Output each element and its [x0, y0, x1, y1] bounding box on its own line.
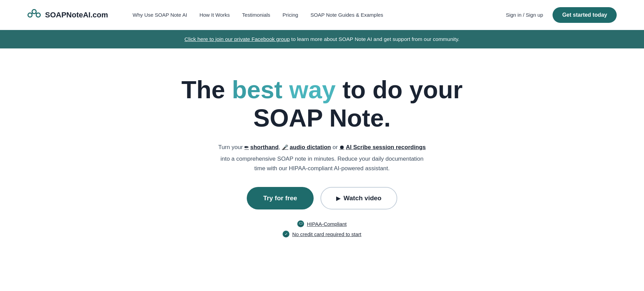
svg-line-4	[36, 13, 37, 14]
hipaa-label: HIPAA-Compliant	[307, 221, 346, 227]
circle-icon: ⏺	[339, 143, 344, 152]
shorthand-label: shorthand	[250, 143, 278, 152]
announcement-banner: Click here to join our private Facebook …	[0, 30, 644, 48]
hero-title-space	[283, 76, 289, 103]
hero-section: The best way to do your SOAP Note. Turn …	[0, 48, 644, 258]
watch-video-button[interactable]: ▶ Watch video	[320, 187, 397, 209]
ai-scribe-link[interactable]: ⏺AI Scribe session recordings	[339, 143, 426, 152]
nav-guides[interactable]: SOAP Note Guides & Examples	[311, 12, 383, 18]
no-credit-badge[interactable]: ✓ No credit card required to start	[283, 231, 361, 237]
svg-point-2	[36, 13, 40, 17]
pencil-icon: ✏	[244, 143, 249, 152]
sign-in-link[interactable]: Sign in / Sign up	[506, 12, 543, 18]
navbar-right: Sign in / Sign up Get started today	[506, 7, 617, 23]
shield-icon: 🛡	[297, 220, 304, 227]
separator1: ,	[278, 144, 282, 150]
separator2: or	[331, 144, 340, 150]
navbar-nav: Why Use SOAP Note AI How It Works Testim…	[133, 12, 383, 18]
hero-subtitle: Turn your ✏shorthand, 🎤audio dictation o…	[216, 143, 428, 174]
cta-buttons: Try for free ▶ Watch video	[247, 187, 397, 209]
svg-line-3	[32, 13, 32, 14]
watch-video-label: Watch video	[344, 194, 382, 202]
hero-title: The best way to do your SOAP Note.	[181, 76, 462, 132]
svg-point-0	[28, 13, 32, 17]
nav-why-soap[interactable]: Why Use SOAP Note AI	[133, 12, 187, 18]
navbar: SOAPNoteAI.com Why Use SOAP Note AI How …	[0, 0, 644, 30]
nav-testimonials[interactable]: Testimonials	[242, 12, 270, 18]
hero-subtitle-body: into a comprehensive SOAP note in minute…	[216, 154, 428, 173]
logo-text: SOAPNoteAI.com	[45, 11, 108, 19]
play-icon: ▶	[336, 195, 340, 202]
hero-subtitle-line1: Turn your ✏shorthand, 🎤audio dictation o…	[216, 143, 428, 152]
nav-how-it-works[interactable]: How It Works	[199, 12, 230, 18]
hero-title-line2: SOAP Note.	[253, 104, 391, 132]
hero-title-way: way	[289, 76, 336, 103]
banner-text: to learn more about SOAP Note AI and get…	[290, 36, 459, 42]
hero-title-part1: The	[181, 76, 232, 103]
no-credit-label: No credit card required to start	[292, 231, 361, 237]
get-started-button[interactable]: Get started today	[553, 7, 617, 23]
audio-dictation-label: audio dictation	[290, 143, 331, 152]
banner-link[interactable]: Click here to join our private Facebook …	[185, 36, 290, 42]
check-icon: ✓	[283, 231, 289, 237]
try-free-button[interactable]: Try for free	[247, 187, 313, 209]
ai-scribe-label: AI Scribe session recordings	[346, 143, 426, 152]
svg-point-1	[32, 10, 36, 14]
logo-icon	[27, 9, 41, 21]
shorthand-link[interactable]: ✏shorthand	[244, 143, 278, 152]
hero-title-part3: to do your	[336, 76, 463, 103]
mic-icon: 🎤	[282, 143, 288, 152]
trust-badges: 🛡 HIPAA-Compliant ✓ No credit card requi…	[283, 220, 361, 237]
subtitle-turn: Turn your	[218, 144, 244, 150]
nav-pricing[interactable]: Pricing	[283, 12, 298, 18]
hero-title-best: best	[232, 76, 282, 103]
navbar-left: SOAPNoteAI.com Why Use SOAP Note AI How …	[27, 9, 383, 21]
audio-dictation-link[interactable]: 🎤audio dictation	[282, 143, 331, 152]
hipaa-badge[interactable]: 🛡 HIPAA-Compliant	[297, 220, 346, 227]
